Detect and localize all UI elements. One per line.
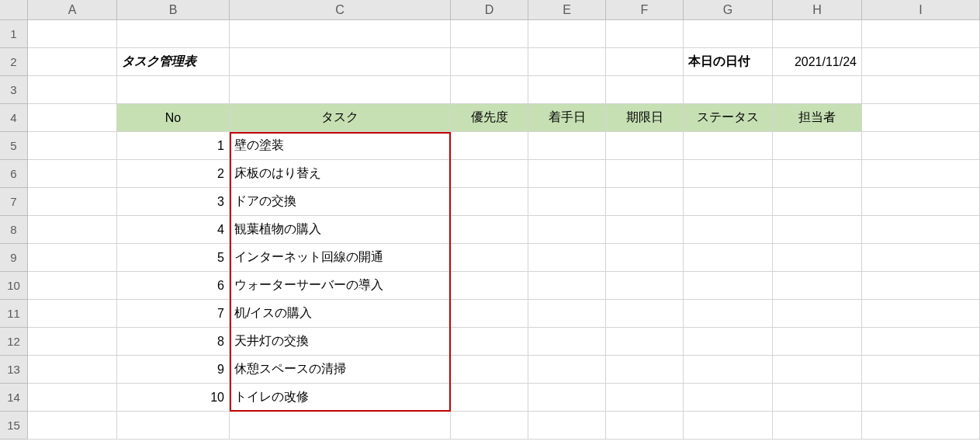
cell-B2-title[interactable]: タスク管理表 bbox=[117, 48, 230, 76]
cell-G14[interactable] bbox=[684, 384, 773, 412]
cell-I6[interactable] bbox=[862, 160, 980, 188]
cell-B8-no[interactable]: 4 bbox=[117, 216, 230, 244]
cell-A8[interactable] bbox=[28, 216, 117, 244]
cell-H7[interactable] bbox=[773, 188, 862, 216]
cell-H5[interactable] bbox=[773, 132, 862, 160]
col-header-A[interactable]: A bbox=[28, 0, 117, 20]
cell-H14[interactable] bbox=[773, 384, 862, 412]
row-header-10[interactable]: 10 bbox=[0, 272, 28, 300]
cell-G9[interactable] bbox=[684, 244, 773, 272]
row-header-2[interactable]: 2 bbox=[0, 48, 28, 76]
row-header-3[interactable]: 3 bbox=[0, 76, 28, 104]
cell-B14-no[interactable]: 10 bbox=[117, 384, 230, 412]
cell-F15[interactable] bbox=[606, 412, 684, 440]
col-header-C[interactable]: C bbox=[230, 0, 451, 20]
cell-D2[interactable] bbox=[451, 48, 528, 76]
cell-C6-task[interactable]: 床板のはり替え bbox=[230, 160, 451, 188]
cell-A3[interactable] bbox=[28, 76, 117, 104]
cell-G11[interactable] bbox=[684, 300, 773, 328]
th-start[interactable]: 着手日 bbox=[528, 104, 606, 132]
cell-H15[interactable] bbox=[773, 412, 862, 440]
col-header-E[interactable]: E bbox=[528, 0, 606, 20]
cell-F11[interactable] bbox=[606, 300, 684, 328]
cell-H10[interactable] bbox=[773, 272, 862, 300]
cell-A9[interactable] bbox=[28, 244, 117, 272]
th-priority[interactable]: 優先度 bbox=[451, 104, 528, 132]
cell-A12[interactable] bbox=[28, 328, 117, 356]
row-header-8[interactable]: 8 bbox=[0, 216, 28, 244]
cell-D3[interactable] bbox=[451, 76, 528, 104]
cell-F9[interactable] bbox=[606, 244, 684, 272]
cell-A6[interactable] bbox=[28, 160, 117, 188]
cell-D12[interactable] bbox=[451, 328, 528, 356]
cell-B1[interactable] bbox=[117, 20, 230, 48]
cell-A4[interactable] bbox=[28, 104, 117, 132]
cell-E14[interactable] bbox=[528, 384, 606, 412]
cell-H9[interactable] bbox=[773, 244, 862, 272]
cell-D15[interactable] bbox=[451, 412, 528, 440]
cell-G2-today-label[interactable]: 本日の日付 bbox=[684, 48, 773, 76]
cell-C13-task[interactable]: 休憩スペースの清掃 bbox=[230, 356, 451, 384]
cell-G10[interactable] bbox=[684, 272, 773, 300]
cell-A10[interactable] bbox=[28, 272, 117, 300]
cell-C2[interactable] bbox=[230, 48, 451, 76]
cell-H1[interactable] bbox=[773, 20, 862, 48]
cell-A2[interactable] bbox=[28, 48, 117, 76]
col-header-H[interactable]: H bbox=[773, 0, 862, 20]
cell-E8[interactable] bbox=[528, 216, 606, 244]
cell-C14-task[interactable]: トイレの改修 bbox=[230, 384, 451, 412]
cell-B13-no[interactable]: 9 bbox=[117, 356, 230, 384]
row-header-13[interactable]: 13 bbox=[0, 356, 28, 384]
cell-A15[interactable] bbox=[28, 412, 117, 440]
row-header-14[interactable]: 14 bbox=[0, 384, 28, 412]
cell-F12[interactable] bbox=[606, 328, 684, 356]
cell-D1[interactable] bbox=[451, 20, 528, 48]
cell-C12-task[interactable]: 天井灯の交換 bbox=[230, 328, 451, 356]
row-header-9[interactable]: 9 bbox=[0, 244, 28, 272]
cell-E10[interactable] bbox=[528, 272, 606, 300]
th-due[interactable]: 期限日 bbox=[606, 104, 684, 132]
cell-D9[interactable] bbox=[451, 244, 528, 272]
row-header-1[interactable]: 1 bbox=[0, 20, 28, 48]
cell-G13[interactable] bbox=[684, 356, 773, 384]
cell-E6[interactable] bbox=[528, 160, 606, 188]
th-no[interactable]: No bbox=[117, 104, 230, 132]
cell-I4[interactable] bbox=[862, 104, 980, 132]
row-header-11[interactable]: 11 bbox=[0, 300, 28, 328]
cell-A14[interactable] bbox=[28, 384, 117, 412]
cell-E3[interactable] bbox=[528, 76, 606, 104]
cell-C1[interactable] bbox=[230, 20, 451, 48]
cell-H11[interactable] bbox=[773, 300, 862, 328]
cell-I2[interactable] bbox=[862, 48, 980, 76]
cell-G6[interactable] bbox=[684, 160, 773, 188]
cell-I15[interactable] bbox=[862, 412, 980, 440]
cell-H2-today-value[interactable]: 2021/11/24 bbox=[773, 48, 862, 76]
cell-C9-task[interactable]: インターネット回線の開通 bbox=[230, 244, 451, 272]
cell-I13[interactable] bbox=[862, 356, 980, 384]
col-header-F[interactable]: F bbox=[606, 0, 684, 20]
cell-C10-task[interactable]: ウォーターサーバーの導入 bbox=[230, 272, 451, 300]
cell-E2[interactable] bbox=[528, 48, 606, 76]
cell-F2[interactable] bbox=[606, 48, 684, 76]
cell-E7[interactable] bbox=[528, 188, 606, 216]
cell-A1[interactable] bbox=[28, 20, 117, 48]
cell-D7[interactable] bbox=[451, 188, 528, 216]
cell-F1[interactable] bbox=[606, 20, 684, 48]
cell-I12[interactable] bbox=[862, 328, 980, 356]
cell-B6-no[interactable]: 2 bbox=[117, 160, 230, 188]
cell-C8-task[interactable]: 観葉植物の購入 bbox=[230, 216, 451, 244]
cell-I8[interactable] bbox=[862, 216, 980, 244]
cell-D13[interactable] bbox=[451, 356, 528, 384]
cell-I9[interactable] bbox=[862, 244, 980, 272]
cell-B7-no[interactable]: 3 bbox=[117, 188, 230, 216]
th-owner[interactable]: 担当者 bbox=[773, 104, 862, 132]
col-header-G[interactable]: G bbox=[684, 0, 773, 20]
cell-G12[interactable] bbox=[684, 328, 773, 356]
cell-G3[interactable] bbox=[684, 76, 773, 104]
cell-I7[interactable] bbox=[862, 188, 980, 216]
cell-E5[interactable] bbox=[528, 132, 606, 160]
cell-A11[interactable] bbox=[28, 300, 117, 328]
col-header-D[interactable]: D bbox=[451, 0, 528, 20]
cell-E12[interactable] bbox=[528, 328, 606, 356]
cell-C11-task[interactable]: 机/イスの購入 bbox=[230, 300, 451, 328]
